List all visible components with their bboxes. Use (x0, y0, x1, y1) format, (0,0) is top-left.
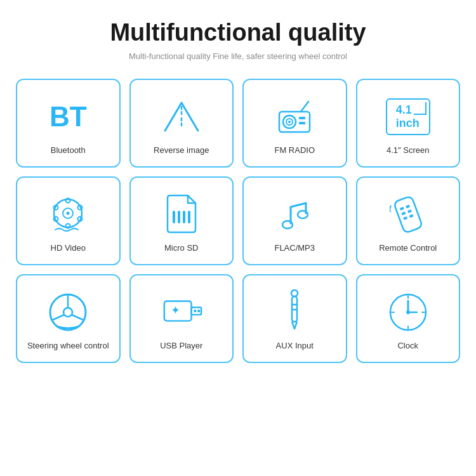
svg-point-10 (288, 121, 291, 123)
card-micro-sd: Micro SD (129, 176, 234, 265)
flac-mp3-icon (272, 192, 317, 237)
svg-rect-29 (401, 211, 406, 215)
svg-line-37 (72, 315, 83, 320)
card-label-reverse: Reverse image (154, 145, 209, 156)
card-label-usb-player: USB Player (160, 341, 202, 352)
card-reverse-image: Reverse image (129, 79, 234, 168)
card-label-steering-wheel: Steering wheel control (27, 341, 109, 352)
card-screen: 4.1 inch 4.1″ Screen (356, 79, 461, 168)
page-subtitle: Multi-functional quality Fine life, safe… (129, 51, 347, 61)
svg-text:✦: ✦ (170, 303, 180, 316)
card-remote-control: Remote Control (356, 176, 461, 265)
card-label-fm-radio: FM RADIO (274, 145, 315, 156)
svg-rect-32 (409, 214, 413, 218)
reverse-image-icon (159, 95, 204, 139)
svg-point-34 (63, 308, 72, 317)
card-label-bluetooth: Bluetooth (51, 145, 86, 156)
card-label-hd-video: HD Video (51, 243, 86, 254)
fm-radio-icon (272, 95, 317, 139)
micro-sd-icon (159, 192, 204, 237)
svg-rect-27 (400, 206, 404, 210)
svg-rect-28 (406, 204, 410, 208)
aux-input-icon (272, 290, 317, 334)
svg-rect-22 (183, 211, 185, 223)
svg-point-25 (298, 211, 308, 218)
page-title: Multifunctional quality (110, 19, 366, 46)
card-clock: Clock (356, 274, 461, 363)
card-fm-radio: FM RADIO (242, 79, 347, 168)
bluetooth-icon: BT (46, 95, 90, 139)
svg-rect-26 (393, 195, 423, 233)
card-label-screen: 4.1″ Screen (387, 145, 429, 156)
svg-rect-20 (173, 211, 175, 223)
screen-icon: 4.1 inch (386, 95, 430, 139)
steering-wheel-icon (46, 290, 90, 334)
svg-rect-7 (299, 117, 305, 119)
svg-point-24 (282, 221, 293, 228)
svg-rect-23 (188, 211, 190, 223)
card-hd-video: HD Video (16, 176, 121, 265)
svg-line-36 (53, 315, 64, 320)
features-grid: BT Bluetooth Reverse image (16, 79, 460, 363)
clock-icon (386, 290, 430, 334)
svg-rect-8 (299, 122, 305, 124)
card-steering-wheel: Steering wheel control (16, 274, 121, 363)
card-usb-player: ✦ USB Player (129, 274, 234, 363)
card-aux-input: AUX Input (242, 274, 347, 363)
card-label-clock: Clock (397, 341, 418, 352)
svg-rect-30 (407, 209, 412, 213)
svg-rect-41 (194, 310, 196, 312)
svg-rect-31 (403, 216, 407, 220)
card-bluetooth: BT Bluetooth (16, 79, 121, 168)
svg-point-51 (406, 310, 410, 314)
card-label-remote-control: Remote Control (379, 243, 437, 254)
screen-badge-text: 4.1 inch (396, 103, 420, 129)
svg-line-9 (301, 102, 308, 112)
usb-player-icon: ✦ (159, 290, 204, 334)
svg-rect-21 (178, 211, 180, 223)
svg-line-1 (182, 103, 198, 131)
card-flac-mp3: FLAC/MP3 (242, 176, 347, 265)
card-label-micro-sd: Micro SD (164, 243, 198, 254)
svg-point-13 (67, 211, 70, 215)
card-label-aux-input: AUX Input (276, 341, 314, 352)
remote-control-icon (386, 192, 430, 237)
card-label-flac-mp3: FLAC/MP3 (274, 243, 315, 254)
svg-line-0 (165, 103, 182, 131)
hd-video-icon (46, 192, 90, 237)
screen-badge: 4.1 inch (386, 98, 430, 135)
svg-rect-42 (197, 310, 200, 312)
svg-point-44 (291, 290, 298, 296)
